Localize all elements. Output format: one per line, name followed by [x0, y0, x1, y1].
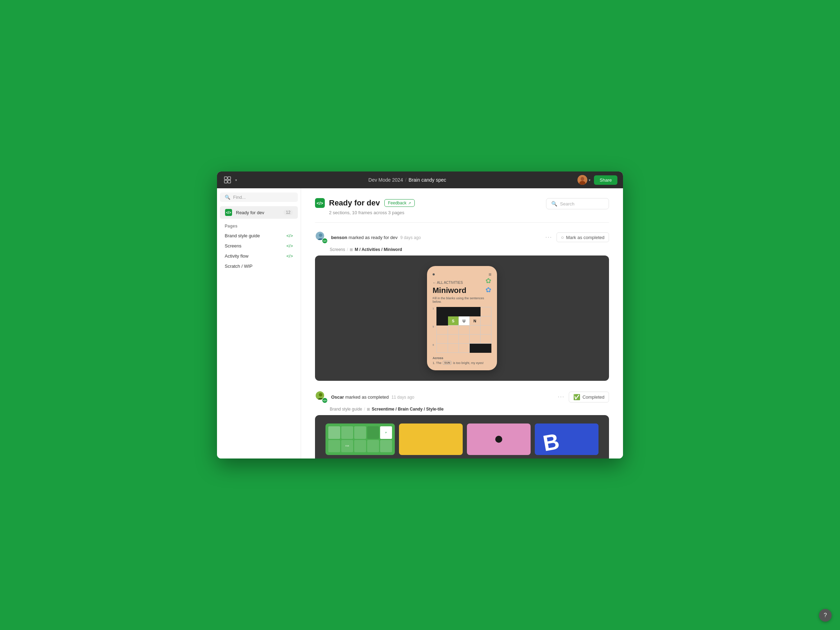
breadcrumb: Screens / ⊞ M / Activities / Miniword [330, 247, 609, 252]
header-title-row: </> Ready for dev Feedback ↗ [315, 198, 415, 208]
tile-blue: B [535, 423, 598, 455]
grid-cell [448, 325, 458, 335]
activity-meta: </> Oscar marked as completed 11 days ag… [315, 391, 609, 403]
more-options-button[interactable]: ··· [545, 234, 552, 240]
sidebar-item-brand-style-guide[interactable]: Brand style guide </> [217, 231, 301, 241]
completed-label: Completed [583, 395, 605, 400]
tile-cell [328, 426, 340, 439]
pages-header: Pages [217, 219, 301, 231]
help-button[interactable]: ? [819, 609, 832, 622]
phone-game-subtitle: Fill in the blanks using the sentences b… [433, 297, 491, 303]
app-window: ▾ Dev Mode 2024 / Brain candy spec ▾ Sha… [217, 172, 623, 458]
breadcrumb-path: M / Activities / Miniword [355, 247, 402, 252]
svg-point-8 [319, 234, 322, 237]
tile-cell [380, 440, 392, 453]
row-num: 5 [433, 325, 437, 335]
grid-cell-dark [458, 307, 469, 316]
tile-cell [367, 426, 379, 439]
search-icon: 🔍 [551, 201, 557, 207]
grid-cell-dark [448, 307, 458, 316]
svg-rect-1 [228, 177, 231, 180]
ready-for-dev-content-icon: </> [315, 198, 325, 208]
more-options-button[interactable]: ··· [558, 394, 565, 400]
content-search[interactable]: 🔍 Search [546, 198, 609, 209]
activity-action: marked as completed [346, 395, 390, 400]
completed-status-button[interactable]: ✅ Completed [569, 392, 609, 403]
activity-meta-right: ··· ○ Mark as completed [545, 232, 609, 242]
activity-description: benson marked as ready for dev 9 days ag… [331, 234, 421, 240]
preview-card-miniword[interactable]: ✿ ✿ ≡ ← ALL ACTIVITIES Miniword Fill in … [315, 256, 609, 381]
activity-action: marked as ready for dev [349, 235, 399, 240]
color-tiles: P FOR [325, 423, 598, 455]
row-num [433, 335, 437, 344]
dev-badge-icon: </> [322, 398, 328, 403]
grid-cell [437, 325, 448, 335]
external-link-icon: ↗ [408, 201, 411, 205]
breadcrumb-prefix: Screens [330, 247, 345, 252]
grid-cell [480, 316, 491, 325]
activity-item: </> benson marked as ready for dev 9 day… [315, 231, 609, 381]
sidebar-item-ready-for-dev[interactable]: </> Ready for dev 12 [220, 206, 298, 219]
sidebar-item-activity-flow[interactable]: Activity flow </> [217, 251, 301, 261]
search-placeholder: Search [560, 201, 574, 207]
tile-cell [328, 440, 340, 453]
activity-meta: </> benson marked as ready for dev 9 day… [315, 231, 609, 243]
content-title: Ready for dev [329, 199, 380, 208]
app-logo-icon[interactable] [223, 175, 232, 185]
sidebar-item-screens[interactable]: Screens </> [217, 241, 301, 251]
main-layout: 🔍 Find... </> Ready for dev 12 Pages Bra… [217, 188, 623, 458]
titlebar-breadcrumb: Dev Mode 2024 / Brain candy spec [369, 177, 446, 183]
page-label: Activity flow [225, 253, 284, 259]
grid-cell-dark [469, 307, 480, 316]
tile-green: P FOR [325, 423, 395, 455]
grid-cell-dark [469, 344, 480, 353]
phone-clue-section: Across 1. The SUN is too bright, my eyes… [433, 356, 491, 365]
breadcrumb-separator: / [405, 177, 406, 183]
preview-card-style-tile[interactable]: P FOR [315, 415, 609, 458]
avatar-chevron-icon: ▾ [589, 178, 591, 182]
activity-time: 9 days ago [400, 235, 421, 240]
grid-cell [458, 335, 469, 344]
tile-cell [367, 440, 379, 453]
activity-item: </> Oscar marked as completed 11 days ag… [315, 391, 609, 458]
page-code-icon: </> [286, 233, 293, 238]
breadcrumb-sep: / [347, 247, 348, 252]
user-avatar-menu[interactable]: ▾ [578, 175, 591, 185]
divider [315, 222, 609, 223]
breadcrumb-prefix: Brand style guide [330, 407, 362, 412]
phone-mockup: ✿ ✿ ≡ ← ALL ACTIVITIES Miniword Fill in … [427, 266, 497, 370]
avatar: </> [315, 231, 328, 243]
chevron-down-icon[interactable]: ▾ [235, 178, 237, 182]
page-code-icon: </> [286, 243, 293, 248]
ready-for-dev-icon: </> [225, 208, 232, 216]
share-button[interactable]: Share [594, 175, 617, 185]
grid-cell-highlight: S [448, 316, 458, 325]
phone-notch: ≡ [433, 272, 491, 277]
flowers-decoration: ✿ ✿ [485, 276, 491, 294]
grid-cell [480, 325, 491, 335]
grid-cell [437, 344, 448, 353]
page-label: Screens [225, 243, 284, 248]
breadcrumb-prefix: Dev Mode 2024 [369, 177, 403, 183]
grid-cell [469, 325, 480, 335]
tile-cell: FOR [341, 440, 353, 453]
tile-cell [354, 440, 366, 453]
sidebar-search[interactable]: 🔍 Find... [220, 193, 298, 202]
mark-as-completed-button[interactable]: ○ Mark as completed [556, 232, 609, 242]
activity-meta-left: </> benson marked as ready for dev 9 day… [315, 231, 421, 243]
header-left: </> Ready for dev Feedback ↗ 2 sections,… [315, 198, 415, 215]
user-avatar [578, 175, 587, 185]
svg-point-11 [319, 393, 322, 396]
check-filled-icon: ✅ [573, 394, 580, 400]
sidebar-item-scratch-wip[interactable]: Scratch / WIP [217, 261, 301, 271]
grid-cell: N [469, 316, 480, 325]
grid-cell-dark [437, 316, 448, 325]
feedback-button[interactable]: Feedback ↗ [384, 199, 415, 207]
phone-back-label: ← ALL ACTIVITIES [433, 281, 491, 284]
page-code-icon: </> [286, 253, 293, 259]
grid-cell-dark [437, 307, 448, 316]
tile-cell [354, 426, 366, 439]
row-num: 1 [433, 307, 437, 316]
activity-user: benson [331, 235, 347, 240]
ready-for-dev-label: Ready for dev [236, 210, 280, 215]
